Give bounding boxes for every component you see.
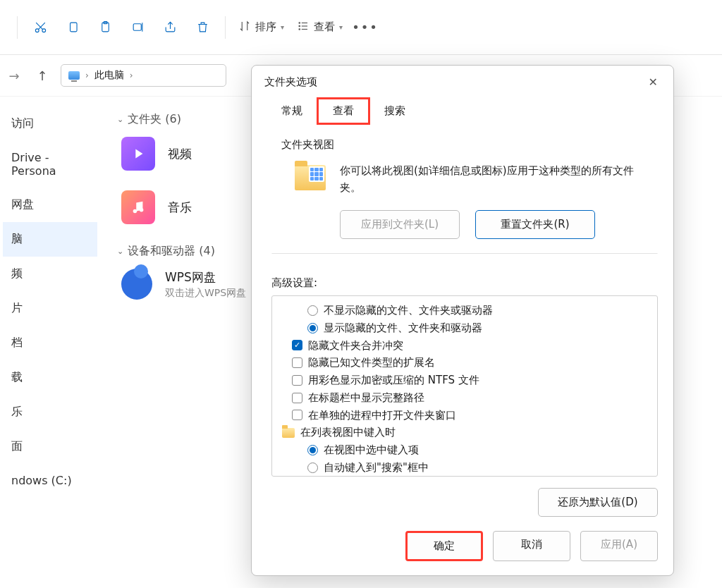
chevron-down-icon: ⌄ [117, 247, 123, 256]
forward-button[interactable]: → [4, 68, 24, 83]
opt-thumb-icon[interactable]: 在缩略图上显示文件图标 [276, 477, 653, 477]
svg-point-10 [140, 208, 144, 212]
toolbar-separator [225, 16, 226, 39]
tab-search[interactable]: 搜索 [369, 99, 421, 123]
ok-button[interactable]: 确定 [405, 531, 483, 561]
sidebar-item[interactable]: 载 [3, 360, 97, 395]
dialog-button-row: 确定 取消 应用(A) [252, 517, 673, 575]
sort-dropdown[interactable]: 排序 ▾ [234, 13, 288, 42]
opt-hide-hidden[interactable]: 不显示隐藏的文件、文件夹或驱动器 [276, 302, 653, 319]
sort-icon [238, 20, 251, 35]
opt-auto-search[interactable]: 自动键入到"搜索"框中 [276, 459, 653, 477]
this-pc-icon [68, 71, 80, 80]
svg-point-9 [133, 209, 137, 214]
sidebar-item[interactable]: 访问 [3, 106, 97, 141]
dialog-title: 文件夹选项 [264, 75, 317, 89]
opt-show-hidden[interactable]: 显示隐藏的文件、文件夹和驱动器 [276, 319, 653, 337]
opt-list-typing-group: 在列表视图中键入时 [276, 424, 653, 441]
radio-checked-icon [307, 323, 318, 333]
folder-label: 视频 [168, 146, 192, 162]
opt-color-ntfs[interactable]: 用彩色显示加密或压缩的 NTFS 文件 [276, 372, 653, 389]
chevron-down-icon: ▾ [281, 23, 284, 31]
sidebar-item[interactable]: 档 [3, 326, 97, 360]
crumb-this-pc[interactable]: 此电脑 [94, 69, 124, 82]
rename-icon[interactable] [123, 13, 152, 42]
chevron-right-icon: › [130, 71, 133, 80]
copy-icon[interactable] [59, 13, 87, 42]
sidebar-item[interactable]: ndows (C:) [3, 464, 97, 497]
breadcrumb[interactable]: › 此电脑 › [61, 64, 226, 87]
sidebar-item[interactable]: 乐 [3, 395, 97, 429]
chevron-right-icon: › [85, 71, 89, 80]
apply-to-folders-button[interactable]: 应用到文件夹(L) [340, 210, 460, 239]
sidebar-item[interactable]: 片 [3, 291, 97, 326]
tab-view[interactable]: 查看 [317, 97, 370, 125]
drive-label: WPS网盘 [165, 269, 246, 286]
sidebar-item[interactable]: 频 [3, 257, 97, 291]
up-button[interactable]: ↑ [32, 68, 52, 83]
view-dropdown[interactable]: 查看 ▾ [293, 13, 347, 42]
drive-sublabel: 双击进入WPS网盘 [165, 287, 246, 300]
radio-icon [307, 463, 318, 473]
sort-label: 排序 [255, 20, 276, 34]
checkbox-icon [292, 375, 302, 386]
more-icon: ••• [352, 20, 379, 35]
apply-button[interactable]: 应用(A) [580, 531, 658, 561]
more-button[interactable]: ••• [351, 13, 379, 42]
checkbox-icon [292, 357, 302, 368]
folder-view-heading: 文件夹视图 [281, 138, 658, 152]
folder-view-icon [295, 165, 326, 190]
tab-general[interactable]: 常规 [266, 99, 318, 123]
group-folders-label: 文件夹 (6) [128, 112, 181, 127]
opt-select-typed[interactable]: 在视图中选中键入项 [276, 441, 653, 459]
sidebar-item[interactable]: Drive - Persona [3, 141, 97, 188]
cancel-button[interactable]: 取消 [493, 531, 570, 561]
folder-options-dialog: 文件夹选项 ✕ 常规 查看 搜索 文件夹视图 你可以将此视图(如详细信息或图标)… [251, 65, 674, 576]
toolbar-separator [17, 16, 18, 39]
opt-hide-ext[interactable]: 隐藏已知文件类型的扩展名 [276, 354, 653, 372]
svg-point-8 [299, 29, 300, 30]
opt-separate-process[interactable]: 在单独的进程中打开文件夹窗口 [276, 407, 653, 424]
opt-full-path-title[interactable]: 在标题栏中显示完整路径 [276, 389, 653, 407]
delete-icon[interactable] [188, 13, 216, 42]
restore-defaults-button[interactable]: 还原为默认值(D) [538, 488, 658, 517]
nav-sidebar: 访问 Drive - Persona 网盘 脑 频 片 档 载 乐 面 ndow… [0, 97, 97, 588]
reset-folders-button[interactable]: 重置文件夹(R) [475, 210, 595, 239]
chevron-down-icon: ▾ [339, 23, 343, 31]
group-drives-label: 设备和驱动器 (4) [128, 244, 215, 259]
view-icon [297, 20, 310, 35]
chevron-down-icon: ⌄ [117, 115, 123, 124]
svg-point-1 [42, 29, 45, 32]
sidebar-item[interactable]: 网盘 [3, 188, 97, 222]
svg-point-6 [299, 23, 300, 24]
view-label: 查看 [314, 20, 335, 34]
dialog-tabs: 常规 查看 搜索 [252, 96, 673, 124]
wps-cloud-icon [121, 269, 152, 300]
dialog-titlebar: 文件夹选项 ✕ [252, 66, 673, 96]
radio-checked-icon [307, 445, 318, 455]
checkbox-icon [292, 410, 302, 420]
video-folder-icon [121, 137, 155, 171]
advanced-settings-label: 高级设置: [271, 276, 658, 290]
advanced-settings-list[interactable]: 不显示隐藏的文件、文件夹或驱动器 显示隐藏的文件、文件夹和驱动器 隐藏文件夹合并… [271, 295, 658, 477]
sidebar-item-selected[interactable]: 脑 [3, 222, 97, 257]
svg-point-0 [35, 29, 39, 32]
share-icon[interactable] [156, 13, 184, 42]
folder-view-group: 你可以将此视图(如详细信息或图标)应用于这种类型的所有文件夹。 应用到文件夹(L… [271, 159, 658, 254]
music-folder-icon [121, 190, 155, 224]
toolbar: 排序 ▾ 查看 ▾ ••• [0, 0, 722, 55]
svg-point-7 [299, 25, 300, 27]
svg-rect-5 [133, 24, 141, 31]
opt-hide-merge-conflict[interactable]: 隐藏文件夹合并冲突 [276, 337, 653, 355]
close-button[interactable]: ✕ [643, 73, 663, 92]
paste-icon[interactable] [91, 13, 119, 42]
dialog-body: 文件夹视图 你可以将此视图(如详细信息或图标)应用于这种类型的所有文件夹。 应用… [252, 124, 673, 517]
cut-icon[interactable] [26, 13, 54, 42]
checkbox-icon [292, 393, 302, 403]
sidebar-item[interactable]: 面 [3, 429, 97, 464]
checkbox-checked-icon [292, 340, 302, 350]
folder-label: 音乐 [168, 200, 192, 216]
svg-rect-2 [70, 23, 77, 32]
folder-view-desc: 你可以将此视图(如详细信息或图标)应用于这种类型的所有文件夹。 [340, 162, 654, 196]
radio-icon [307, 305, 318, 316]
